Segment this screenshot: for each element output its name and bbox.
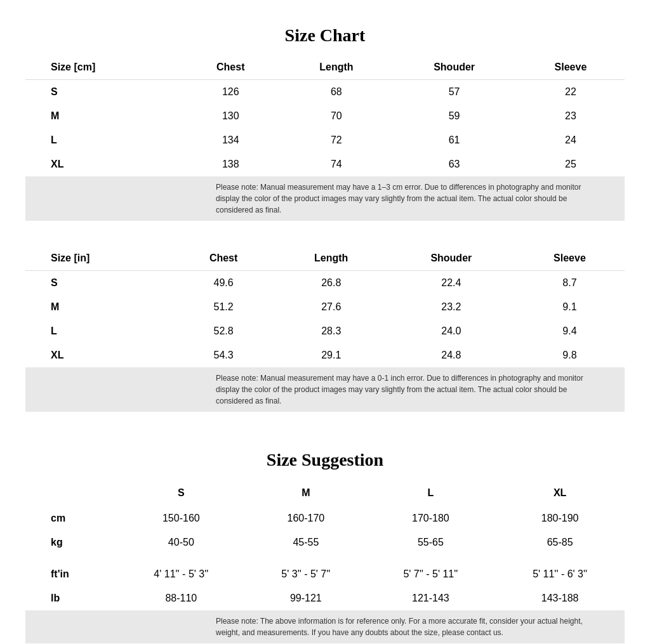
in-chest-s: 49.6: [173, 271, 275, 296]
in-length-s: 26.8: [275, 271, 388, 296]
in-sleeve-m: 9.1: [515, 295, 625, 319]
size-suggestion-title: Size Suggestion: [25, 450, 625, 470]
suggestion-lb-m: 99-121: [246, 586, 366, 610]
in-size-l: L: [25, 319, 173, 343]
in-shouder-xl: 24.8: [388, 343, 515, 367]
cm-sleeve-xl: 25: [517, 152, 625, 176]
suggestion-ftin-m: 5' 3'' - 5' 7'': [246, 562, 366, 586]
suggestion-header-row: S M L XL: [25, 480, 625, 506]
in-size-xl: XL: [25, 343, 173, 367]
in-size-table: Size [in] Chest Length Shouder Sleeve S …: [25, 246, 625, 367]
suggestion-header-m: M: [246, 480, 366, 506]
cm-length-l: 72: [281, 128, 392, 152]
cm-shouder-s: 57: [392, 80, 517, 105]
in-chest-m: 51.2: [173, 295, 275, 319]
table-row: L 134 72 61 24: [25, 128, 625, 152]
in-size-s: S: [25, 271, 173, 296]
suggestion-lb-l: 121-143: [366, 586, 496, 610]
suggestion-lb-xl: 143-188: [495, 586, 625, 610]
suggestion-header-xl: XL: [495, 480, 625, 506]
cm-header-size: Size [cm]: [25, 55, 180, 80]
table-row: M 51.2 27.6 23.2 9.1: [25, 295, 625, 319]
cm-chest-l: 134: [180, 128, 281, 152]
suggestion-header-l: L: [366, 480, 496, 506]
table-row: ft'in 4' 11'' - 5' 3'' 5' 3'' - 5' 7'' 5…: [25, 562, 625, 586]
cm-length-m: 70: [281, 104, 392, 128]
size-chart-title: Size Chart: [25, 25, 625, 46]
in-table-wrapper: Size [in] Chest Length Shouder Sleeve S …: [25, 246, 625, 412]
in-header-chest: Chest: [173, 246, 275, 271]
cm-header-shouder: Shouder: [392, 55, 517, 80]
in-shouder-m: 23.2: [388, 295, 515, 319]
cm-length-xl: 74: [281, 152, 392, 176]
in-shouder-l: 24.0: [388, 319, 515, 343]
suggestion-table: S M L XL cm 150-160 160-170 170-180 180-…: [25, 480, 625, 610]
suggestion-label-cm: cm: [25, 506, 116, 530]
suggestion-header-empty: [25, 480, 116, 506]
cm-chest-m: 130: [180, 104, 281, 128]
in-sleeve-xl: 9.8: [515, 343, 625, 367]
suggestion-kg-m: 45-55: [246, 530, 366, 555]
table-row: S 49.6 26.8 22.4 8.7: [25, 271, 625, 296]
table-row: XL 54.3 29.1 24.8 9.8: [25, 343, 625, 367]
in-length-l: 28.3: [275, 319, 388, 343]
cm-sleeve-s: 22: [517, 80, 625, 105]
cm-table-wrapper: Size [cm] Chest Length Shouder Sleeve S …: [25, 55, 625, 221]
cm-shouder-m: 59: [392, 104, 517, 128]
suggestion-header-s: S: [116, 480, 246, 506]
suggestion-table-wrapper: S M L XL cm 150-160 160-170 170-180 180-…: [25, 480, 625, 643]
suggestion-cm-s: 150-160: [116, 506, 246, 530]
suggestion-label-ftin: ft'in: [25, 562, 116, 586]
in-sleeve-s: 8.7: [515, 271, 625, 296]
cm-sleeve-l: 24: [517, 128, 625, 152]
suggestion-cm-xl: 180-190: [495, 506, 625, 530]
suggestion-ftin-s: 4' 11'' - 5' 3'': [116, 562, 246, 586]
cm-header-sleeve: Sleeve: [517, 55, 625, 80]
suggestion-lb-s: 88-110: [116, 586, 246, 610]
cm-size-s: S: [25, 80, 180, 105]
cm-size-m: M: [25, 104, 180, 128]
table-row: kg 40-50 45-55 55-65 65-85: [25, 530, 625, 555]
cm-length-s: 68: [281, 80, 392, 105]
table-row: XL 138 74 63 25: [25, 152, 625, 176]
in-header-shouder: Shouder: [388, 246, 515, 271]
cm-size-xl: XL: [25, 152, 180, 176]
in-header-sleeve: Sleeve: [515, 246, 625, 271]
suggestion-table-note: Please note: The above information is fo…: [25, 610, 625, 643]
cm-size-l: L: [25, 128, 180, 152]
in-sleeve-l: 9.4: [515, 319, 625, 343]
suggestion-cm-l: 170-180: [366, 506, 496, 530]
cm-header-chest: Chest: [180, 55, 281, 80]
suggestion-ftin-l: 5' 7'' - 5' 11'': [366, 562, 496, 586]
table-row: M 130 70 59 23: [25, 104, 625, 128]
cm-chest-xl: 138: [180, 152, 281, 176]
suggestion-kg-xl: 65-85: [495, 530, 625, 555]
in-chest-l: 52.8: [173, 319, 275, 343]
cm-shouder-xl: 63: [392, 152, 517, 176]
table-row: lb 88-110 99-121 121-143 143-188: [25, 586, 625, 610]
suggestion-ftin-xl: 5' 11'' - 6' 3'': [495, 562, 625, 586]
table-row: L 52.8 28.3 24.0 9.4: [25, 319, 625, 343]
in-table-header-row: Size [in] Chest Length Shouder Sleeve: [25, 246, 625, 271]
cm-sleeve-m: 23: [517, 104, 625, 128]
cm-size-table: Size [cm] Chest Length Shouder Sleeve S …: [25, 55, 625, 176]
in-length-m: 27.6: [275, 295, 388, 319]
in-table-note: Please note: Manual measurement may have…: [25, 367, 625, 412]
in-chest-xl: 54.3: [173, 343, 275, 367]
spacer-row: [25, 555, 625, 562]
in-size-m: M: [25, 295, 173, 319]
in-header-length: Length: [275, 246, 388, 271]
cm-header-length: Length: [281, 55, 392, 80]
suggestion-label-kg: kg: [25, 530, 116, 555]
in-length-xl: 29.1: [275, 343, 388, 367]
table-row: cm 150-160 160-170 170-180 180-190: [25, 506, 625, 530]
cm-table-note: Please note: Manual measurement may have…: [25, 176, 625, 221]
suggestion-kg-s: 40-50: [116, 530, 246, 555]
suggestion-cm-m: 160-170: [246, 506, 366, 530]
in-shouder-s: 22.4: [388, 271, 515, 296]
suggestion-kg-l: 55-65: [366, 530, 496, 555]
cm-table-header-row: Size [cm] Chest Length Shouder Sleeve: [25, 55, 625, 80]
cm-shouder-l: 61: [392, 128, 517, 152]
suggestion-label-lb: lb: [25, 586, 116, 610]
in-header-size: Size [in]: [25, 246, 173, 271]
